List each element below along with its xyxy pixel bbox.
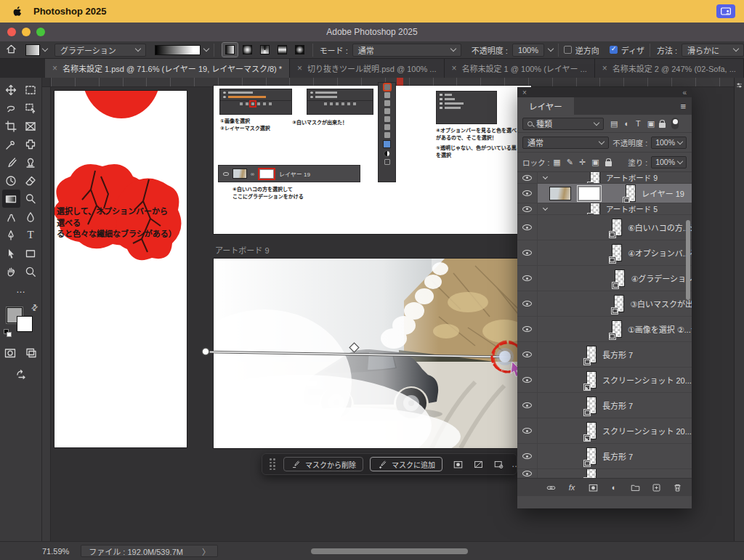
layer-thumbnail[interactable] (626, 184, 636, 202)
linear-gradient-button[interactable] (222, 43, 238, 57)
healing-brush-tool[interactable] (22, 135, 40, 153)
filter-type-dropdown[interactable]: 種類 (522, 118, 604, 130)
gradient-tool[interactable] (2, 190, 20, 208)
properties-panel-icon[interactable] (736, 82, 743, 89)
tab-layers[interactable]: レイヤー (517, 97, 574, 115)
layer-name[interactable]: スクリーンショット 20...25 20.28.36 (602, 374, 692, 386)
gradient-type-dropdown[interactable]: グラデーション (54, 44, 146, 57)
layer-name[interactable]: 長方形 7 (602, 450, 633, 462)
lock-transparent-icon[interactable]: ▦ (553, 158, 560, 166)
eyedropper-tool[interactable] (2, 135, 20, 153)
tool-preset-picker[interactable] (25, 44, 47, 56)
visibility-toggle[interactable] (517, 317, 538, 341)
layer-thumbnail[interactable] (615, 269, 625, 287)
layer-thumbnail[interactable] (586, 447, 597, 465)
fill-input[interactable]: 100% (651, 156, 687, 169)
chevron-right-icon[interactable]: 〉 (202, 545, 210, 557)
collapse-panel-icon[interactable]: « (682, 89, 687, 97)
layer-row[interactable]: アートボード 9 (517, 172, 692, 184)
layer-style-icon[interactable]: fx (566, 482, 578, 493)
layer-blend-mode-dropdown[interactable]: 通常 (522, 137, 609, 149)
quick-mask-button[interactable] (1, 344, 20, 362)
diamond-gradient-button[interactable] (292, 43, 307, 57)
layer-name[interactable]: アートボード 5 (606, 203, 658, 214)
document-tab[interactable]: × 名称未設定 1.psd @ 71.6% (レイヤー 19, レイヤーマスク/… (45, 59, 290, 78)
radial-gradient-button[interactable] (240, 43, 255, 57)
layer-name[interactable]: 長方形 7 (602, 349, 633, 360)
screen-mode-button[interactable] (23, 344, 41, 362)
lock-all-icon[interactable] (605, 161, 612, 166)
zoom-tool[interactable] (22, 262, 40, 280)
visibility-toggle[interactable] (517, 444, 538, 468)
lock-pixels-icon[interactable]: ✎ (567, 158, 573, 166)
chevron-down-icon[interactable] (203, 46, 209, 52)
layer-thumbnail[interactable] (586, 422, 597, 439)
frame-tool[interactable] (22, 117, 40, 135)
marquee-tool[interactable] (22, 81, 40, 99)
clone-stamp-tool[interactable] (22, 153, 40, 171)
layer-row[interactable]: 長方形 7 (517, 342, 692, 368)
brush-tool[interactable] (2, 153, 20, 171)
visibility-toggle[interactable] (517, 342, 538, 367)
opacity-input[interactable]: 100% (512, 44, 544, 57)
layer-name[interactable]: ①画像を選択 ②...ヤーマスク選択 (628, 323, 692, 335)
new-layer-icon[interactable] (650, 482, 662, 493)
artboard9-label[interactable]: アートボード 9 (215, 244, 270, 256)
lock-position-icon[interactable]: ✛ (579, 158, 586, 166)
layer-row[interactable]: スクリーンショット 20...25 20.28.14 (517, 418, 692, 444)
visibility-toggle[interactable] (517, 393, 538, 418)
layer-row[interactable]: アートボード 5 (517, 203, 692, 215)
chevron-down-icon[interactable] (543, 174, 548, 179)
screen-share-icon[interactable] (716, 4, 735, 18)
edit-toolbar-icon[interactable]: … (12, 280, 30, 299)
close-tab-icon[interactable]: × (602, 63, 607, 73)
filter-toggle-switch[interactable] (671, 118, 679, 129)
lasso-tool[interactable] (2, 99, 20, 117)
move-tool[interactable] (2, 81, 20, 99)
visibility-toggle[interactable] (517, 172, 538, 183)
document-tab[interactable]: × 名称未設定 2 @ 247% (02-Sofa, ... (595, 59, 744, 78)
layer-row[interactable]: 長方形 7 (517, 393, 692, 418)
swap-colors-icon[interactable]: ⇄ (29, 302, 41, 314)
pen-tool[interactable] (2, 226, 20, 244)
layer-thumbnail[interactable] (586, 397, 597, 414)
document-tab[interactable]: × 切り抜きツール説明.psd @ 100% ... (290, 59, 444, 78)
layer-name[interactable]: ④グラデーション選択 (631, 272, 692, 284)
layer-thumbnail[interactable] (614, 295, 624, 312)
subtract-from-mask-button[interactable]: マスクから削除 (283, 457, 363, 471)
filter-frame-icon[interactable]: ▣ (647, 119, 655, 129)
history-brush-tool[interactable] (2, 171, 20, 190)
method-dropdown[interactable]: 滑らかに (682, 44, 744, 57)
link-layers-icon[interactable] (545, 482, 557, 493)
layer-row[interactable]: ④グラデーション選択 (517, 266, 692, 291)
layer-thumbnail[interactable] (612, 320, 622, 338)
close-panel-icon[interactable]: × (522, 89, 527, 97)
layer-row[interactable]: ⑥白いハコの方...ションをかける (517, 215, 692, 240)
angle-gradient-button[interactable] (257, 43, 272, 57)
layer-thumbnail[interactable] (612, 219, 622, 236)
visibility-toggle[interactable] (517, 368, 538, 392)
chevron-down-icon[interactable] (548, 46, 554, 52)
filter-adjustment-icon[interactable]: ◐ (624, 119, 629, 128)
blend-mode-dropdown[interactable]: 通常 (352, 44, 461, 57)
artboard-left[interactable]: 選択して、オプションバーから 選べる ると色々な繊細なブラシがある） (54, 91, 187, 447)
layer-thumbnail[interactable] (612, 244, 622, 261)
layer-name[interactable]: ③白いマスクが出来た！ (630, 298, 692, 309)
layer-name[interactable]: ⑥白いハコの方...ションをかける (628, 222, 692, 233)
taskbar-drag-handle[interactable] (270, 458, 275, 470)
type-tool[interactable]: T (22, 226, 40, 244)
close-tab-icon[interactable]: × (52, 63, 57, 73)
layer-thumbnail[interactable] (586, 371, 597, 389)
filter-pixel-icon[interactable]: ▤ (610, 119, 618, 129)
visibility-toggle[interactable] (517, 266, 538, 291)
collapsed-panel-dock[interactable] (734, 78, 744, 541)
layer-row[interactable]: ④オプションバ...る黒と白を選択 (517, 240, 692, 266)
background-color[interactable] (17, 316, 33, 332)
smudge-tool[interactable] (2, 208, 20, 226)
filter-type-layers-icon[interactable]: T (636, 119, 641, 128)
document-tab[interactable]: × 名称未設定 1 @ 100% (レイヤー ... (445, 59, 595, 78)
close-tab-icon[interactable]: × (297, 63, 302, 73)
hand-tool[interactable] (2, 262, 20, 280)
share-feedback-icon[interactable] (12, 365, 30, 383)
mask-options-icon[interactable] (494, 459, 504, 470)
